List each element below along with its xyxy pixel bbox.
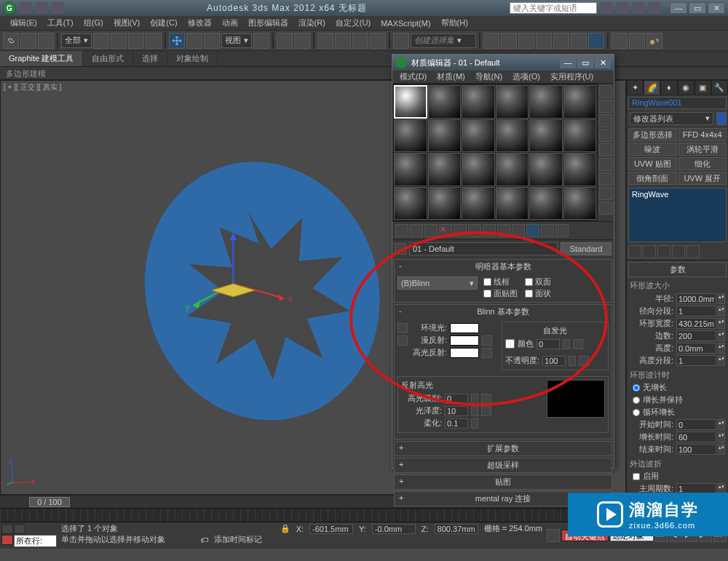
checkbox-enable-outer[interactable]	[633, 473, 640, 480]
radio-cyclegrow[interactable]	[633, 409, 640, 416]
snap-percent-icon[interactable]	[352, 33, 368, 49]
help-icon[interactable]	[649, 2, 660, 14]
show-end-result-icon[interactable]	[643, 245, 656, 258]
mod-btn-polyselect[interactable]: 多边形选择	[628, 128, 677, 141]
input-radseg[interactable]	[676, 306, 716, 317]
minimize-button[interactable]: —	[670, 2, 687, 14]
spinner-hseg[interactable]: ▴▾	[718, 355, 725, 366]
mirror-icon[interactable]	[483, 33, 499, 49]
pivot-icon[interactable]	[253, 33, 269, 49]
options-icon[interactable]	[599, 172, 612, 186]
put-to-lib-icon[interactable]	[483, 224, 496, 237]
input-sides[interactable]	[676, 330, 716, 341]
mat-ed-close-button[interactable]: ✕	[595, 57, 611, 68]
spinner-height[interactable]: ▴▾	[718, 343, 725, 354]
speclevel-map-button[interactable]	[481, 394, 491, 404]
menu-rendering[interactable]: 渲染(R)	[294, 16, 330, 30]
input-height[interactable]	[676, 343, 716, 354]
render-setup-icon[interactable]	[612, 33, 628, 49]
sample-slot[interactable]	[394, 85, 427, 119]
menu-edit[interactable]: 编辑(E)	[6, 16, 41, 30]
assign-to-sel-icon[interactable]	[424, 224, 438, 237]
sample-slot[interactable]	[428, 85, 462, 119]
spinner-speclevel[interactable]	[471, 394, 478, 404]
redo-icon[interactable]	[52, 2, 63, 14]
input-hseg[interactable]	[676, 355, 716, 366]
spinner-radius[interactable]: ▴▾	[718, 293, 725, 304]
cmd-tab-motion-icon[interactable]: ◉	[678, 80, 695, 95]
bind-icon[interactable]	[38, 33, 54, 49]
menu-grapheditors[interactable]: 图形编辑器	[244, 16, 293, 30]
glossiness-map-button[interactable]	[481, 406, 491, 416]
isolate-icon[interactable]	[547, 529, 560, 542]
input-endtime[interactable]	[676, 444, 716, 455]
time-slider-handle[interactable]: 0 / 100	[29, 497, 70, 507]
show-end-mat-icon[interactable]	[526, 224, 539, 237]
sample-slot[interactable]	[394, 153, 427, 186]
checkbox-2sided[interactable]	[525, 278, 533, 286]
mat-menu-utilities[interactable]: 实用程序(U)	[546, 71, 598, 83]
modifier-color-swatch[interactable]	[716, 112, 727, 125]
checkbox-selfillum-color[interactable]	[505, 339, 515, 349]
background-icon[interactable]	[599, 114, 612, 127]
sample-slot[interactable]	[496, 187, 529, 220]
undo-icon[interactable]	[36, 2, 47, 14]
input-glossiness[interactable]	[445, 406, 468, 416]
rollout-parameters[interactable]: 参数	[628, 262, 727, 277]
search-go-icon[interactable]	[601, 2, 612, 14]
menu-maxscript[interactable]: MAXScript(M)	[376, 17, 435, 29]
modifier-list-dropdown[interactable]: 修改器列表▾	[630, 112, 713, 125]
rollout-blinn-basic[interactable]: Blinn 基本参数	[395, 305, 612, 319]
mat-menu-navigation[interactable]: 导航(N)	[471, 71, 507, 83]
mod-btn-ffd[interactable]: FFD 4x4x4	[678, 128, 727, 141]
sample-slot[interactable]	[529, 85, 563, 119]
rollout-supersampling[interactable]: 超级采样	[395, 458, 612, 472]
go-forward-icon[interactable]	[555, 224, 569, 237]
specular-swatch[interactable]	[450, 348, 479, 358]
sample-slot[interactable]	[563, 119, 597, 153]
move-icon[interactable]	[169, 33, 185, 49]
ribbon-tab-selection[interactable]: 选择	[133, 51, 167, 66]
render-icon[interactable]	[646, 33, 662, 49]
input-soften[interactable]	[445, 418, 468, 429]
mat-ed-maximize-button[interactable]: ▭	[577, 57, 593, 68]
sample-slot[interactable]	[563, 85, 597, 119]
mod-btn-noise[interactable]: 噪波	[628, 143, 677, 156]
add-time-tag[interactable]: 添加时间标记	[214, 534, 262, 545]
material-type-button[interactable]: Standard	[561, 242, 612, 255]
snap-2d-icon[interactable]	[317, 33, 333, 49]
mat-menu-modes[interactable]: 模式(D)	[395, 71, 431, 83]
select-manipulate-icon[interactable]	[277, 33, 293, 49]
sample-slot[interactable]	[462, 119, 495, 153]
menu-create[interactable]: 创建(C)	[146, 16, 181, 30]
make-preview-icon[interactable]	[599, 158, 612, 171]
input-speclevel[interactable]	[445, 394, 468, 404]
mat-ed-minimize-button[interactable]: —	[560, 57, 576, 68]
sample-slot[interactable]	[529, 153, 563, 186]
make-unique-mat-icon[interactable]	[468, 224, 481, 237]
object-name-field[interactable]: RingWave001	[628, 97, 727, 109]
sample-slot[interactable]	[529, 187, 563, 220]
favorites-icon[interactable]	[633, 2, 644, 14]
cmd-tab-hierarchy-icon[interactable]: ♦	[660, 80, 677, 95]
time-tag-icon[interactable]: 🏷	[200, 536, 208, 544]
cmd-tab-utilities-icon[interactable]: 🔧	[711, 80, 728, 95]
menu-modifiers[interactable]: 修改器	[183, 16, 216, 30]
spinner-radseg[interactable]: ▴▾	[718, 306, 725, 317]
sample-slot[interactable]	[462, 153, 495, 186]
transform-z[interactable]: 800.37mm	[435, 524, 478, 534]
schematic-view-icon[interactable]	[571, 33, 587, 49]
prompt-field[interactable]: 所在行:	[14, 535, 57, 547]
sample-slot[interactable]	[394, 187, 427, 220]
put-to-scene-icon[interactable]	[410, 224, 423, 237]
mat-menu-options[interactable]: 选项(O)	[508, 71, 545, 83]
radio-growstay[interactable]	[633, 397, 640, 404]
pin-stack-icon[interactable]	[628, 245, 641, 258]
cmd-tab-display-icon[interactable]: ▣	[695, 80, 711, 95]
sample-slot[interactable]	[428, 187, 462, 220]
rollout-shader-basic[interactable]: 明暗器基本参数	[395, 260, 612, 274]
select-by-mat-icon[interactable]	[599, 187, 612, 200]
ribbon-toggle-icon[interactable]	[536, 33, 552, 49]
input-ringwidth[interactable]	[676, 318, 716, 329]
caret-icon[interactable]	[20, 2, 31, 14]
